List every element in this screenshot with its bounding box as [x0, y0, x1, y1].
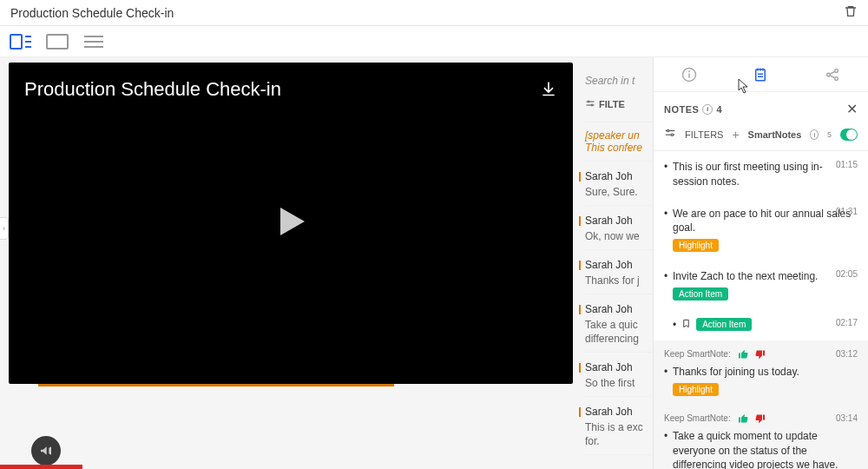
note-time: 03:14 — [836, 413, 858, 423]
svg-rect-0 — [10, 35, 22, 49]
trash-icon[interactable] — [844, 4, 858, 22]
video-column: Production Schedule Check-in — [0, 57, 585, 469]
view-toolbar — [0, 26, 868, 57]
note-text: Invite Zach to the next meeting. — [664, 269, 858, 284]
note-time: 03:12 — [836, 349, 858, 359]
transcript-speaker: Sarah Joh — [585, 301, 653, 317]
notes-count: 4 — [716, 104, 722, 115]
window-header: Production Schedule Check-in — [0, 0, 868, 26]
note-time: 01:15 — [836, 160, 858, 169]
info-icon[interactable]: i — [810, 129, 819, 140]
svg-rect-15 — [756, 69, 766, 81]
close-icon[interactable]: ✕ — [846, 101, 858, 117]
svg-rect-4 — [47, 35, 68, 49]
bottom-controls — [0, 438, 585, 469]
note-time: 01:31 — [836, 207, 858, 216]
note-text: Thanks for joining us today. — [664, 365, 858, 380]
view-list-button[interactable] — [82, 33, 106, 50]
svg-point-11 — [591, 104, 593, 106]
smartnotes-label: SmartNotes — [748, 129, 802, 140]
transcript-text: Thanks for j — [585, 273, 653, 287]
header-title: Production Schedule Check-in — [10, 6, 174, 20]
video-player[interactable]: Production Schedule Check-in — [9, 63, 573, 384]
thumbs-up-icon[interactable] — [738, 413, 748, 424]
transcript-unknown: [speaker un — [585, 129, 653, 142]
notes-panel: NOTES i 4 ✕ FILTERS + SmartNotes i 5 Thi… — [653, 57, 868, 469]
thumbs-up-icon[interactable] — [738, 349, 748, 360]
transcript-item[interactable]: Sarah Joh Sure, Sure. — [585, 162, 653, 206]
transcript-item[interactable]: Sarah Joh Ok, now we — [585, 206, 653, 250]
note-item[interactable]: We are on pace to hit our annual sales g… — [654, 198, 868, 261]
transcript-text: Sure, Sure. — [585, 184, 653, 198]
filters-icon[interactable] — [664, 128, 676, 142]
note-text: Take a quick moment to update everyone o… — [664, 429, 858, 469]
transcript-speaker: Sarah Joh — [585, 213, 653, 228]
panel-tabs — [654, 57, 868, 92]
transcript-speaker: Sarah Joh — [585, 257, 653, 273]
note-item[interactable]: Invite Zach to the next meeting. Action … — [654, 261, 868, 309]
main-area: Production Schedule Check-in Search in t… — [0, 57, 868, 469]
thumbs-down-icon[interactable] — [755, 413, 766, 424]
keep-smartnote-row: Keep SmartNote: — [664, 413, 858, 429]
notes-title: NOTES i 4 — [664, 104, 722, 115]
download-icon[interactable] — [540, 80, 557, 101]
filter-label: FILTERS — [685, 129, 723, 140]
video-progress-bar[interactable] — [38, 384, 394, 386]
note-time: 02:17 — [836, 318, 858, 327]
transcript-text: Take a quic — [585, 317, 653, 331]
svg-point-14 — [689, 70, 690, 71]
transcript-filters[interactable]: FILTE — [585, 92, 653, 122]
highlight-tag: Highlight — [673, 383, 719, 396]
megaphone-button[interactable] — [31, 436, 61, 466]
transcript-text: So the first — [585, 375, 653, 389]
smartnote-item[interactable]: Keep SmartNote: Thanks for joining us to… — [654, 340, 868, 405]
smartnotes-toggle[interactable] — [840, 129, 858, 141]
svg-point-29 — [671, 134, 673, 135]
note-text: This is our first meeting using in-sessi… — [664, 160, 858, 189]
transcript-item[interactable]: [speaker un This confere — [585, 122, 653, 162]
filter-label: FILTE — [599, 99, 625, 109]
svg-line-24 — [830, 71, 835, 74]
notes-list: This is our first meeting using in-sessi… — [654, 151, 868, 469]
keep-label: Keep SmartNote: — [664, 413, 731, 423]
info-icon[interactable]: i — [702, 104, 713, 115]
note-item[interactable]: • Action Item 02:17 — [654, 309, 868, 340]
transcript-text: for. — [585, 433, 653, 447]
highlight-tag: Highlight — [673, 239, 719, 252]
svg-point-27 — [667, 129, 669, 131]
add-filter-button[interactable]: + — [732, 128, 739, 142]
smartnote-item[interactable]: Keep SmartNote: Take a quick moment to u… — [654, 405, 868, 469]
transcript-speaker: Sarah Joh — [585, 404, 653, 419]
transcript-text: This is a exc — [585, 419, 653, 433]
bookmark-icon — [681, 318, 691, 332]
keep-label: Keep SmartNote: — [664, 349, 731, 359]
keep-smartnote-row: Keep SmartNote: — [664, 349, 858, 365]
transcript-text: Ok, now we — [585, 228, 653, 242]
transcript-column: Search in t FILTE [speaker un This confe… — [585, 57, 653, 469]
cursor-icon — [738, 78, 750, 97]
video-title: Production Schedule Check-in — [24, 78, 281, 101]
view-full-button[interactable] — [45, 33, 69, 50]
transcript-item[interactable]: Sarah Joh Take a quic differencing — [585, 294, 653, 353]
note-time: 02:05 — [836, 269, 858, 279]
action-tag: Action Item — [696, 318, 752, 331]
transcript-speaker: Sarah Joh — [585, 360, 653, 375]
transcript-item[interactable]: Sarah Joh So the first — [585, 353, 653, 397]
transcript-text: differencing — [585, 331, 653, 345]
share-tab[interactable] — [820, 63, 845, 87]
info-tab[interactable] — [677, 63, 701, 87]
view-split-button[interactable] — [9, 33, 33, 50]
transcript-item[interactable]: Sarah Joh Thanks for j — [585, 250, 653, 294]
search-input[interactable]: Search in t — [585, 69, 653, 92]
transcript-item[interactable]: Sarah Joh This is a exc for. — [585, 397, 653, 455]
notes-tab[interactable] — [748, 63, 773, 87]
note-item[interactable]: This is our first meeting using in-sessi… — [654, 151, 868, 198]
note-text: We are on pace to hit our annual sales g… — [664, 207, 858, 236]
thumbs-down-icon[interactable] — [755, 349, 766, 360]
transcript-unknown: This confere — [585, 142, 653, 154]
smartnotes-count: 5 — [827, 130, 832, 139]
play-icon[interactable] — [270, 201, 312, 246]
transcript-speaker: Sarah Joh — [585, 168, 653, 184]
svg-point-9 — [588, 101, 589, 102]
youtube-progress-bar[interactable] — [0, 465, 82, 469]
